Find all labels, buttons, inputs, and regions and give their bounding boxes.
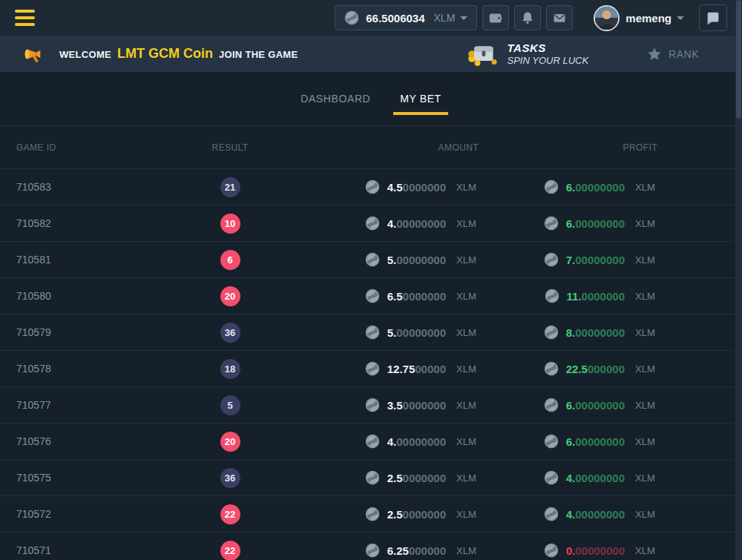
profit-cell: 7.00000000 XLM [479, 252, 742, 267]
amount-cell: 6.25000000 XLM [260, 543, 479, 558]
profit-value: 0.00000000 [566, 544, 625, 557]
profit-currency: XLM [635, 291, 657, 302]
header-profit: PROFIT [479, 142, 742, 153]
wallet-button[interactable] [482, 5, 509, 30]
profit-value: 6.00000000 [566, 435, 625, 448]
game-id: 710577 [0, 399, 200, 411]
stellar-coin-icon [365, 325, 380, 340]
tab-dashboard[interactable]: DASHBOARD [299, 72, 372, 125]
profit-currency: XLM [635, 218, 657, 229]
tasks-shortcut[interactable]: TASKS SPIN YOUR LUCK [467, 41, 589, 67]
amount-cell: 5.00000000 XLM [260, 325, 479, 340]
messages-button[interactable] [546, 5, 573, 30]
profit-currency: XLM [635, 472, 657, 484]
game-id: 710576 [0, 435, 200, 447]
game-id: 710581 [0, 254, 200, 266]
amount-currency: XLM [456, 436, 479, 447]
scrollbar[interactable] [735, 0, 742, 560]
amount-currency: XLM [456, 363, 479, 375]
stellar-coin-icon [344, 10, 359, 25]
profit-value: 8.00000000 [566, 326, 625, 339]
profit-value: 4.00000000 [566, 508, 625, 521]
amount-currency: XLM [456, 327, 479, 338]
amount-currency: XLM [456, 218, 479, 229]
table-row: 710572 22 2.50000000 XLM 4.000000 [0, 496, 742, 533]
balance-currency: XLM [434, 12, 456, 24]
profit-currency: XLM [635, 363, 657, 375]
game-id: 710571 [0, 544, 200, 556]
profit-currency: XLM [635, 327, 657, 338]
result-badge: 22 [220, 541, 240, 560]
wallet-icon [487, 10, 504, 26]
amount-value: 4.00000000 [387, 217, 446, 230]
table-row: 710576 20 4.00000000 XLM 6.000000 [0, 424, 742, 460]
amount-cell: 3.50000000 XLM [260, 398, 479, 412]
coin-name: LMT GCM Coin [117, 46, 213, 62]
amount-value: 5.00000000 [387, 326, 446, 339]
topbar: 66.5006034 XLM [0, 0, 742, 36]
table-header: GAME ID RESULT AMOUNT PROFIT [0, 126, 742, 169]
result-badge: 6 [220, 250, 240, 270]
tab-bar: DASHBOARD MY BET [0, 72, 742, 126]
stellar-coin-icon [544, 216, 559, 231]
stellar-coin-icon [544, 325, 559, 340]
user-menu-chevron-icon[interactable] [677, 16, 684, 20]
amount-cell: 4.00000000 XLM [260, 434, 479, 449]
table-row: 710581 6 5.00000000 XLM 7.0000000 [0, 242, 742, 278]
profit-currency: XLM [635, 509, 657, 520]
profit-currency: XLM [635, 545, 657, 556]
amount-cell: 6.50000000 XLM [260, 289, 479, 303]
amount-value: 6.50000000 [387, 290, 446, 303]
stellar-coin-icon [365, 470, 380, 485]
game-id: 710579 [0, 326, 200, 338]
tasks-subtitle: SPIN YOUR LUCK [508, 55, 589, 66]
header-amount: AMOUNT [260, 142, 479, 153]
username[interactable]: memeng [626, 12, 672, 24]
profit-currency: XLM [635, 436, 657, 447]
amount-cell: 12.7500000 XLM [260, 361, 479, 376]
profit-value: 7.00000000 [566, 254, 625, 266]
profit-currency: XLM [635, 254, 657, 266]
amount-currency: XLM [456, 545, 479, 556]
amount-value: 2.50000000 [387, 472, 446, 484]
profit-cell: 6.00000000 XLM [479, 179, 742, 194]
balance-selector[interactable]: 66.5006034 XLM [335, 5, 477, 30]
stellar-coin-icon [365, 179, 380, 194]
rank-shortcut[interactable]: RANK [646, 46, 699, 62]
game-id: 710582 [0, 217, 200, 229]
stellar-coin-icon [545, 289, 559, 303]
stellar-coin-icon [544, 179, 559, 194]
profit-value: 6.00000000 [566, 399, 625, 412]
result-badge: 5 [220, 395, 240, 415]
balance-amount: 66.5006034 [366, 12, 424, 24]
table-row: 710577 5 3.50000000 XLM 6.0000000 [0, 387, 742, 424]
amount-currency: XLM [456, 291, 479, 302]
table-row: 710578 18 12.7500000 XLM 22.50000 [0, 351, 742, 387]
profit-cell: 0.00000000 XLM [479, 543, 742, 558]
amount-cell: 5.00000000 XLM [260, 252, 479, 267]
result-badge: 20 [220, 432, 240, 452]
stellar-coin-icon [544, 434, 559, 449]
amount-cell: 2.50000000 XLM [260, 507, 479, 521]
rank-label: RANK [669, 48, 699, 60]
table-row: 710583 21 4.50000000 XLM 6.000000 [0, 169, 742, 205]
stellar-coin-icon [365, 398, 380, 412]
stellar-coin-icon [365, 216, 380, 231]
hamburger-menu-icon[interactable] [15, 10, 35, 26]
star-icon [646, 46, 663, 62]
chevron-down-icon [460, 16, 467, 20]
scrollbar-thumb[interactable] [736, 0, 741, 119]
tab-my-bet[interactable]: MY BET [398, 72, 442, 125]
stellar-coin-icon [365, 507, 380, 521]
table-row: 710582 10 4.00000000 XLM 6.000000 [0, 205, 742, 242]
notifications-button[interactable] [514, 5, 541, 30]
join-label: JOIN THE GAME [219, 49, 298, 60]
result-badge: 21 [220, 177, 240, 197]
header-game-id: GAME ID [0, 142, 200, 153]
chat-toggle-button[interactable] [699, 4, 727, 31]
profit-cell: 6.00000000 XLM [479, 398, 742, 412]
result-badge: 22 [220, 504, 240, 524]
profit-cell: 4.00000000 XLM [479, 470, 742, 485]
profit-value: 4.00000000 [566, 472, 625, 484]
avatar[interactable] [595, 7, 618, 30]
